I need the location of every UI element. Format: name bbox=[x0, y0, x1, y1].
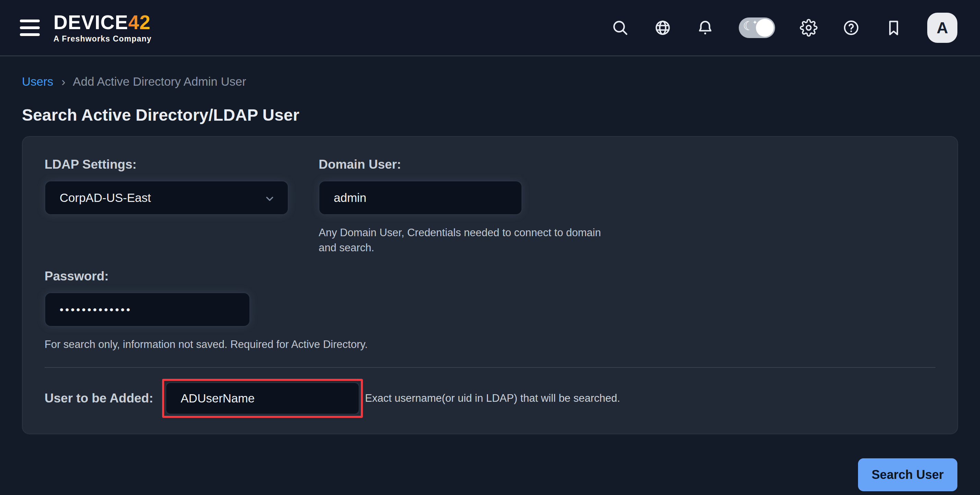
brand-tagline: A Freshworks Company bbox=[54, 35, 151, 43]
ldap-settings-select[interactable]: CorpAD-US-East bbox=[45, 181, 288, 215]
user-avatar[interactable]: A bbox=[927, 13, 958, 43]
globe-icon[interactable] bbox=[654, 19, 671, 37]
bookmark-icon[interactable] bbox=[885, 19, 902, 37]
password-field: Password: For search only, information n… bbox=[45, 269, 935, 352]
help-icon[interactable] bbox=[842, 19, 860, 37]
toggle-knob bbox=[756, 19, 774, 37]
section-divider bbox=[45, 367, 935, 368]
theme-toggle[interactable]: ☾ ✦ bbox=[739, 18, 775, 38]
hamburger-menu-icon[interactable] bbox=[20, 19, 40, 36]
user-to-be-added-input[interactable] bbox=[165, 382, 360, 414]
avatar-initial: A bbox=[937, 19, 948, 37]
domain-user-helper-text: Any Domain User, Credentials needed to c… bbox=[319, 225, 620, 255]
user-to-be-added-label: User to be Added: bbox=[45, 391, 153, 406]
domain-user-input[interactable] bbox=[319, 181, 522, 215]
breadcrumb: Users › Add Active Directory Admin User bbox=[22, 75, 958, 88]
domain-user-label: Domain User: bbox=[319, 158, 620, 172]
user-to-be-added-row: User to be Added: Exact username(or uid … bbox=[45, 379, 935, 418]
ldap-settings-field: LDAP Settings: CorpAD-US-East bbox=[45, 158, 288, 215]
password-label: Password: bbox=[45, 269, 935, 283]
ldap-settings-label: LDAP Settings: bbox=[45, 158, 288, 172]
form-actions: Search User bbox=[22, 458, 958, 491]
ldap-settings-selected-value: CorpAD-US-East bbox=[60, 191, 151, 205]
top-navbar: DEVICE42 A Freshworks Company ☾ ✦ bbox=[0, 0, 980, 56]
breadcrumb-current: Add Active Directory Admin User bbox=[73, 75, 247, 88]
password-helper-text: For search only, information not saved. … bbox=[45, 337, 935, 352]
main-content: Users › Add Active Directory Admin User … bbox=[0, 75, 980, 491]
brand-name: DEVICE bbox=[54, 11, 128, 33]
settings-gear-icon[interactable] bbox=[800, 19, 818, 37]
password-input[interactable] bbox=[45, 293, 250, 327]
search-user-button[interactable]: Search User bbox=[858, 458, 958, 491]
search-icon[interactable] bbox=[611, 19, 629, 37]
highlight-red-box bbox=[162, 379, 363, 418]
search-ldap-form-card: LDAP Settings: CorpAD-US-East Domain Use… bbox=[22, 136, 958, 435]
domain-user-field: Domain User: Any Domain User, Credential… bbox=[319, 158, 620, 255]
user-to-be-added-helper-text: Exact username(or uid in LDAP) that will… bbox=[365, 392, 620, 404]
breadcrumb-separator: › bbox=[61, 75, 65, 88]
notifications-bell-icon[interactable] bbox=[696, 19, 714, 37]
page-title: Search Active Directory/LDAP User bbox=[22, 105, 958, 124]
breadcrumb-link-users[interactable]: Users bbox=[22, 75, 53, 88]
chevron-down-icon bbox=[264, 193, 275, 205]
brand-accent: 42 bbox=[128, 11, 150, 33]
brand-logo[interactable]: DEVICE42 A Freshworks Company bbox=[54, 13, 151, 43]
header-icon-group: ☾ ✦ A bbox=[611, 13, 958, 43]
